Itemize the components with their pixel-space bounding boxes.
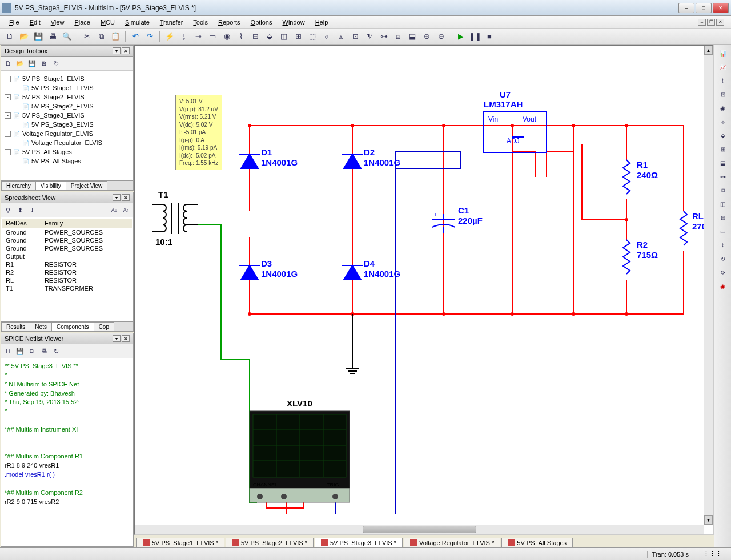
- undo-icon[interactable]: ↶: [129, 30, 142, 43]
- component-icon[interactable]: ⊡: [349, 30, 362, 43]
- panel-pin-icon[interactable]: ▾: [113, 47, 121, 54]
- component-icon[interactable]: ⏚: [178, 30, 190, 43]
- component-icon[interactable]: ⟁: [335, 30, 347, 43]
- menu-simulate[interactable]: Simulate: [121, 18, 154, 27]
- menu-file[interactable]: File: [5, 18, 24, 27]
- tree-expand-icon[interactable]: -: [5, 94, 11, 100]
- spreadsheet-body[interactable]: RefDes Family GroundPOWER_SOURCESGroundP…: [1, 217, 133, 321]
- instrument-icon[interactable]: ⊞: [717, 143, 729, 155]
- component-icon[interactable]: ⧨: [363, 30, 376, 43]
- new-icon[interactable]: 🗋: [3, 346, 13, 356]
- export-icon[interactable]: ⤓: [27, 205, 37, 215]
- component-icon[interactable]: ⊕: [420, 30, 433, 43]
- tree-item[interactable]: -📄5V PS_Stage3_ELVIS: [5, 111, 130, 120]
- instrument-icon[interactable]: ⟳: [717, 266, 729, 279]
- panel-close-icon[interactable]: ✕: [122, 194, 130, 201]
- tree-item[interactable]: -📄5V PS_All Stages: [5, 147, 130, 156]
- instrument-icon[interactable]: ▭: [717, 225, 729, 237]
- design-icon[interactable]: 🗎: [39, 58, 49, 69]
- document-tab[interactable]: 5V PS_Stage1_ELVIS *: [136, 538, 224, 547]
- paste-icon[interactable]: 📋: [109, 30, 122, 43]
- netlist-body[interactable]: ** 5V PS_Stage3_ElVIS ** * * NI Multisim…: [1, 358, 133, 546]
- component-icon[interactable]: ◉: [220, 30, 233, 43]
- instrument-icon[interactable]: ⊟: [717, 211, 729, 224]
- instrument-icon[interactable]: ⬓: [717, 156, 729, 169]
- menu-edit[interactable]: Edit: [25, 18, 45, 27]
- redo-icon[interactable]: ↷: [143, 30, 156, 43]
- instrument-icon[interactable]: ⊡: [717, 88, 729, 100]
- save-icon[interactable]: 💾: [32, 30, 45, 43]
- table-row[interactable]: GroundPOWER_SOURCES: [2, 228, 132, 237]
- refresh-icon[interactable]: ↻: [51, 58, 61, 69]
- panel-close-icon[interactable]: ✕: [122, 47, 130, 54]
- tab-project-view[interactable]: Project View: [66, 181, 107, 190]
- print-icon[interactable]: 🖶: [46, 30, 59, 43]
- tab-components[interactable]: Components: [51, 322, 94, 331]
- menu-tools[interactable]: Tools: [188, 18, 212, 27]
- open-icon[interactable]: 📂: [18, 30, 30, 43]
- vertical-scrollbar[interactable]: ▲ ▼: [704, 46, 713, 525]
- panel-pin-icon[interactable]: ▾: [113, 335, 121, 342]
- sort-asc-icon[interactable]: A↓: [109, 205, 119, 215]
- tree-item[interactable]: 📄5V PS_Stage2_ELVIS: [5, 102, 130, 111]
- document-tab[interactable]: Voltage Regulator_ELVIS *: [404, 538, 500, 547]
- component-icon[interactable]: ◫: [278, 30, 290, 43]
- run-icon[interactable]: ▶: [455, 30, 467, 43]
- menu-view[interactable]: View: [46, 18, 69, 27]
- tree-item[interactable]: -📄Voltage Regulator_ELVIS: [5, 129, 130, 138]
- table-row[interactable]: T1TRANSFORMER: [2, 284, 132, 292]
- schematic-canvas[interactable]: +: [134, 45, 714, 535]
- tree-expand-icon[interactable]: -: [5, 149, 11, 155]
- pause-icon[interactable]: ❚❚: [469, 30, 481, 43]
- table-row[interactable]: GroundPOWER_SOURCES: [2, 236, 132, 244]
- preview-icon[interactable]: 🔍: [61, 30, 73, 43]
- tree-item[interactable]: 📄5V PS_Stage3_ELVIS: [5, 120, 130, 129]
- component-icon[interactable]: ⬓: [406, 30, 419, 43]
- close-button[interactable]: ✕: [713, 3, 729, 13]
- tree-item[interactable]: 📄5V PS_All Stages: [5, 156, 130, 166]
- col-family[interactable]: Family: [41, 219, 132, 228]
- col-refdes[interactable]: RefDes: [2, 219, 41, 228]
- panel-pin-icon[interactable]: ▾: [113, 194, 121, 201]
- menu-reports[interactable]: Reports: [214, 18, 245, 27]
- instrument-icon[interactable]: ⊶: [717, 170, 729, 183]
- component-icon[interactable]: ⧈: [392, 30, 404, 43]
- scrollbar-thumb[interactable]: [363, 526, 476, 533]
- component-icon[interactable]: ▭: [206, 30, 219, 43]
- menu-transfer[interactable]: Transfer: [155, 18, 188, 27]
- document-tab[interactable]: 5V PS_Stage3_ELVIS *: [315, 538, 403, 547]
- copy-icon[interactable]: ⧉: [95, 30, 107, 43]
- mdi-restore-button[interactable]: ❐: [707, 19, 715, 26]
- sort-desc-icon[interactable]: A↑: [121, 205, 131, 215]
- component-icon[interactable]: ⚡: [163, 30, 176, 43]
- tab-hierarchy[interactable]: Hierarchy: [1, 181, 36, 190]
- tree-item[interactable]: 📄Voltage Regulator_ELVIS: [5, 138, 130, 147]
- component-icon[interactable]: ⊞: [292, 30, 304, 43]
- table-row[interactable]: RLRESISTOR: [2, 276, 132, 284]
- scroll-up-icon[interactable]: ▲: [704, 46, 713, 55]
- sort-icon[interactable]: ⬍: [15, 205, 25, 215]
- simulation-measurements[interactable]: V: 5.01 VV(p-p): 81.2 uVV(rms): 5.21 VV(…: [175, 95, 222, 170]
- table-row[interactable]: GroundPOWER_SOURCES: [2, 244, 132, 252]
- tree-item[interactable]: 📄5V PS_Stage1_ELVIS: [5, 83, 130, 92]
- new-icon[interactable]: 🗋: [3, 30, 16, 43]
- scroll-down-icon[interactable]: ▼: [704, 515, 713, 525]
- tab-visibility[interactable]: Visibility: [35, 181, 66, 190]
- instrument-icon[interactable]: ⧈: [717, 184, 729, 196]
- maximize-button[interactable]: □: [696, 3, 712, 13]
- stop-icon[interactable]: ■: [483, 30, 496, 43]
- tree-expand-icon[interactable]: -: [5, 76, 11, 82]
- tab-cop[interactable]: Cop: [94, 322, 114, 331]
- component-icon[interactable]: ⊸: [192, 30, 204, 43]
- instrument-icon[interactable]: ◉: [717, 102, 729, 114]
- component-icon[interactable]: ⌇: [235, 30, 247, 43]
- print-icon[interactable]: 🖶: [39, 346, 49, 356]
- tree-expand-icon[interactable]: -: [5, 112, 11, 119]
- refresh-icon[interactable]: ↻: [51, 346, 61, 356]
- table-row[interactable]: Output: [2, 252, 132, 260]
- component-icon[interactable]: ⟐: [320, 30, 333, 43]
- menu-help[interactable]: Help: [311, 18, 333, 27]
- menu-window[interactable]: Window: [278, 18, 309, 27]
- minimize-button[interactable]: –: [678, 3, 694, 13]
- document-tab[interactable]: 5V PS_Stage2_ELVIS *: [226, 538, 314, 547]
